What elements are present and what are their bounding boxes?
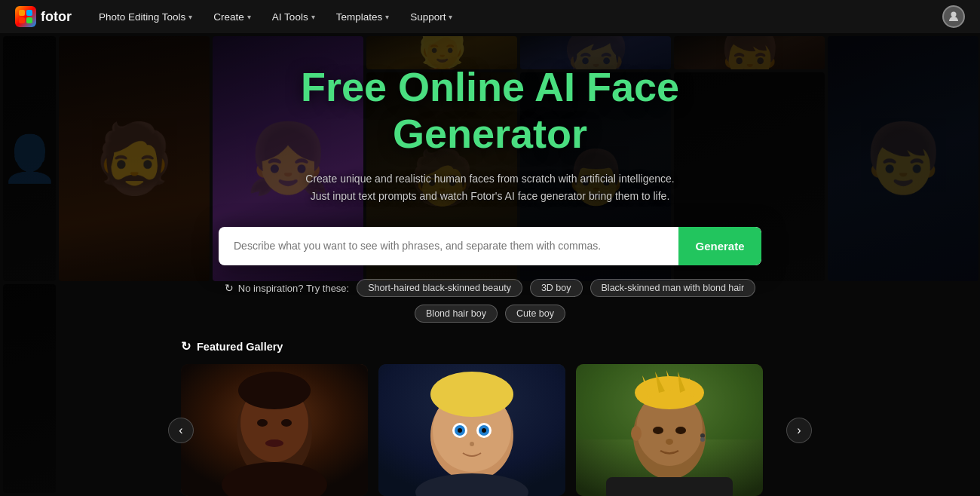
svg-point-16 [430, 372, 513, 417]
hero-subtitle: Create unique and realistic human faces … [302, 170, 678, 204]
svg-point-21 [458, 428, 462, 433]
svg-point-23 [470, 442, 474, 446]
prompt-input[interactable] [219, 227, 678, 265]
svg-point-4 [951, 12, 957, 17]
no-inspiration-label: ↻ No inspiration? Try these: [225, 282, 349, 294]
svg-point-37 [666, 439, 673, 445]
svg-rect-1 [26, 10, 32, 16]
gallery-next-button[interactable]: › [786, 418, 812, 443]
chevron-down-icon: ▾ [247, 13, 251, 21]
gallery-row: ‹ [181, 364, 799, 496]
gallery-image-1 [378, 364, 565, 496]
svg-point-36 [675, 427, 686, 434]
svg-point-40 [700, 437, 705, 442]
svg-point-22 [482, 428, 486, 433]
svg-point-8 [238, 372, 311, 409]
svg-rect-3 [26, 17, 32, 23]
gallery-image-0 [181, 364, 368, 496]
chevron-down-icon: ▾ [449, 13, 452, 21]
svg-rect-2 [19, 17, 25, 23]
gallery-card-1[interactable] [378, 364, 565, 496]
gallery-title: Featured Gallery [197, 341, 283, 353]
gallery-card-0[interactable] [181, 364, 368, 496]
nav-support[interactable]: Support ▾ [403, 7, 460, 27]
svg-rect-0 [19, 10, 25, 16]
hero-section: Free Online AI Face Generator Create uni… [0, 33, 980, 496]
suggestions-row: ↻ No inspiration? Try these: Short-haire… [219, 279, 761, 323]
suggestion-tag-4[interactable]: Cute boy [505, 305, 565, 323]
gallery-prev-button[interactable]: ‹ [168, 418, 194, 443]
gallery-card-2[interactable] [576, 364, 763, 496]
suggestion-tag-1[interactable]: 3D boy [530, 279, 583, 297]
svg-rect-41 [606, 477, 733, 496]
logo-text: fotor [41, 9, 72, 25]
svg-point-10 [281, 419, 292, 427]
gallery-header: ↻ Featured Gallery [181, 339, 799, 354]
hero-title: Free Online AI Face Generator [301, 63, 679, 157]
generate-button[interactable]: Generate [678, 227, 761, 265]
gallery-refresh-icon: ↻ [181, 339, 191, 354]
chevron-down-icon: ▾ [385, 13, 389, 21]
chevron-down-icon: ▾ [311, 13, 315, 21]
suggestion-tag-2[interactable]: Black-skinned man with blond hair [590, 279, 756, 297]
refresh-icon: ↻ [225, 282, 234, 294]
chevron-down-icon: ▾ [188, 13, 192, 21]
logo[interactable]: fotor [15, 6, 72, 27]
suggestion-tag-0[interactable]: Short-haired black-skinned beauty [357, 279, 522, 297]
nav-photo-editing[interactable]: Photo Editing Tools ▾ [91, 7, 200, 27]
nav-create[interactable]: Create ▾ [206, 7, 259, 27]
nav-ai-tools[interactable]: AI Tools ▾ [265, 7, 323, 27]
suggestion-tag-3[interactable]: Blond hair boy [415, 305, 498, 323]
logo-icon [15, 6, 36, 27]
search-bar: Generate [219, 227, 761, 265]
svg-point-11 [265, 439, 283, 447]
svg-point-35 [653, 427, 663, 434]
gallery-section: ↻ Featured Gallery ‹ [181, 339, 799, 496]
navbar: fotor Photo Editing Tools ▾ Create ▾ AI … [0, 0, 980, 33]
gallery-image-2 [576, 364, 763, 496]
nav-templates[interactable]: Templates ▾ [329, 7, 397, 27]
svg-point-38 [631, 426, 642, 441]
user-avatar[interactable] [942, 5, 965, 28]
svg-point-9 [257, 419, 268, 427]
